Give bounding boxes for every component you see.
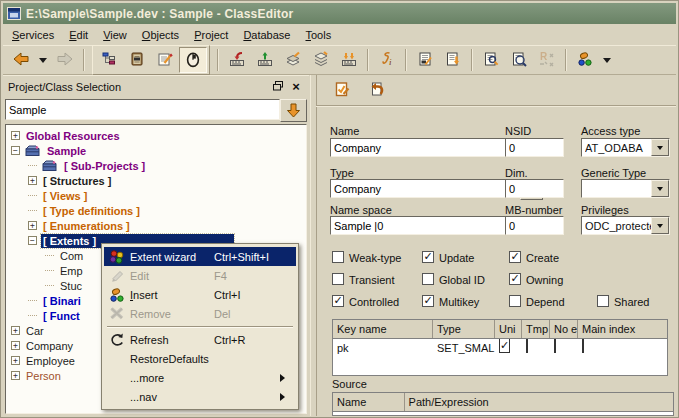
doc-check-button[interactable] [411, 47, 439, 73]
brush-layers-button[interactable] [279, 47, 307, 73]
tree-item-global-resources[interactable]: +Global Resources [6, 128, 306, 143]
expand-icon[interactable]: + [28, 176, 37, 185]
multikey-checkbox-label: Multikey [439, 296, 479, 309]
controlled-checkbox[interactable]: ✓ [332, 295, 344, 307]
menu-item-label: Remove [130, 308, 214, 320]
history-dropdown-button[interactable] [35, 47, 51, 73]
back-arrow-button[interactable] [7, 47, 35, 73]
uni-checkbox[interactable]: ✓ [499, 339, 510, 353]
shared-checkbox[interactable] [597, 295, 609, 307]
weak-type-checkbox-label: Weak-type [349, 252, 401, 265]
collapse-icon[interactable]: − [28, 236, 37, 245]
forward-arrow-button[interactable] [51, 47, 79, 73]
global-id-checkbox[interactable] [422, 273, 434, 285]
transient-checkbox[interactable] [332, 273, 344, 285]
doc-search-button[interactable] [477, 47, 505, 73]
menu-item-label: Insert [130, 289, 214, 301]
script-info-button[interactable]: i [373, 47, 401, 73]
owning-checkbox[interactable]: ✓ [509, 273, 521, 285]
expand-icon[interactable]: + [11, 356, 20, 365]
context-menu-item-restoredefaults[interactable]: RestoreDefaults [104, 349, 296, 368]
tree-item-structures[interactable]: +[ Structures ] [6, 173, 306, 188]
menu-project[interactable]: Project [188, 27, 237, 43]
class-editor-form: NameNSIDAccess typeAT_ODABATypeDim.Gener… [316, 75, 676, 416]
access-type-select[interactable]: AT_ODABA [581, 138, 670, 157]
close-icon[interactable]: × [288, 79, 304, 94]
multikey-checkbox[interactable]: ✓ [422, 295, 434, 307]
key-name-cell: pk [333, 339, 433, 358]
weak-type-checkbox[interactable] [332, 251, 344, 263]
privileges-select[interactable]: ODC_protected [581, 216, 670, 235]
export-keyboard-button[interactable] [251, 47, 279, 73]
main-index-checkbox[interactable] [582, 339, 584, 353]
menu-item-label: Edit [130, 270, 214, 282]
filter-dropdown-button[interactable] [280, 99, 307, 122]
context-menu-item-refresh[interactable]: RefreshCtrl+R [104, 330, 296, 349]
menu-view[interactable]: View [97, 27, 136, 43]
tree-item-enumerations[interactable]: +[ Enumerations ] [6, 218, 306, 233]
expand-icon[interactable]: + [11, 371, 20, 380]
tree-item-sample[interactable]: −Sample [6, 143, 306, 158]
type-field[interactable] [330, 179, 517, 198]
edit-note-button[interactable] [151, 47, 179, 73]
book-button[interactable] [123, 47, 151, 73]
expand-icon[interactable]: + [11, 131, 20, 140]
mb-number-field[interactable] [505, 216, 564, 235]
main-index-cell [578, 339, 666, 358]
collapse-icon[interactable]: − [11, 146, 20, 155]
book-icon [129, 51, 145, 69]
menu-separator [107, 326, 293, 327]
column-header-main-index: Main index [578, 320, 666, 338]
context-menu-item-nav[interactable]: ...nav [104, 387, 296, 406]
tree-item-type-definitions[interactable]: [ Type definitions ] [6, 203, 306, 218]
menu-edit[interactable]: Edit [63, 27, 97, 43]
menu-database[interactable]: Database [237, 27, 299, 43]
context-menu-item-extent-wizard[interactable]: Extent wizardCtrl+Shift+I [104, 247, 296, 266]
update-checkbox[interactable]: ✓ [422, 251, 434, 263]
titlebar[interactable]: E:\Sample\Sample.dev : Sample - ClassEdi… [3, 3, 676, 24]
script-info-icon: i [379, 51, 395, 69]
wizard-icon [104, 249, 130, 265]
doc-preview-button[interactable] [505, 47, 533, 73]
create-checkbox[interactable]: ✓ [509, 251, 521, 263]
rename-button[interactable]: R [533, 47, 561, 73]
class-tree-button[interactable] [95, 47, 123, 73]
depend-checkbox[interactable] [509, 295, 521, 307]
dropdown-arrow-button[interactable] [651, 217, 669, 234]
doc-download-button[interactable] [439, 47, 467, 73]
tmp-checkbox[interactable] [526, 339, 528, 353]
no-e-checkbox[interactable] [554, 339, 556, 353]
context-menu-item-insert[interactable]: InsertCtrl+I [104, 285, 296, 304]
apply-edit-button[interactable] [330, 78, 354, 102]
back-arrow-icon [12, 51, 30, 69]
key-type-cell: SET_SMAL [433, 339, 495, 358]
key-table-row[interactable]: pkSET_SMAL✓ [333, 339, 667, 358]
dropdown-arrow-button[interactable] [651, 180, 669, 197]
objects-dropdown-button[interactable] [599, 47, 615, 73]
objects-button[interactable] [571, 47, 599, 73]
menu-services[interactable]: Services [6, 27, 63, 43]
tree-item-label: [ Binari [41, 294, 83, 308]
expand-icon[interactable]: + [28, 221, 37, 230]
dim-field[interactable] [505, 179, 564, 198]
window-title: E:\Sample\Sample.dev : Sample - ClassEdi… [26, 7, 293, 21]
context-menu-item-more[interactable]: ...more [104, 368, 296, 387]
menu-bar: ServicesEditViewObjectsProjectDatabaseTo… [3, 25, 676, 44]
import-keyboard-button[interactable] [223, 47, 251, 73]
expand-icon[interactable]: + [11, 341, 20, 350]
mouse-button[interactable] [179, 47, 207, 73]
tree-item-sub-projects[interactable]: [ Sub-Projects ] [6, 158, 306, 173]
keyboard-update-button[interactable] [335, 47, 363, 73]
float-icon[interactable] [270, 79, 286, 94]
menu-objects[interactable]: Objects [136, 27, 188, 43]
expand-icon[interactable]: + [11, 326, 20, 335]
menu-tools[interactable]: Tools [299, 27, 340, 43]
stack-arrow-button[interactable] [307, 47, 335, 73]
menu-item-shortcut: Ctrl+Shift+I [214, 251, 296, 263]
dropdown-arrow-button[interactable] [651, 139, 669, 156]
generic-type-select[interactable] [581, 179, 670, 198]
tree-item-views[interactable]: [ Views ] [6, 188, 306, 203]
class-filter-input[interactable] [5, 99, 280, 120]
undo-button[interactable] [364, 78, 388, 102]
nsid-field[interactable] [505, 138, 564, 157]
